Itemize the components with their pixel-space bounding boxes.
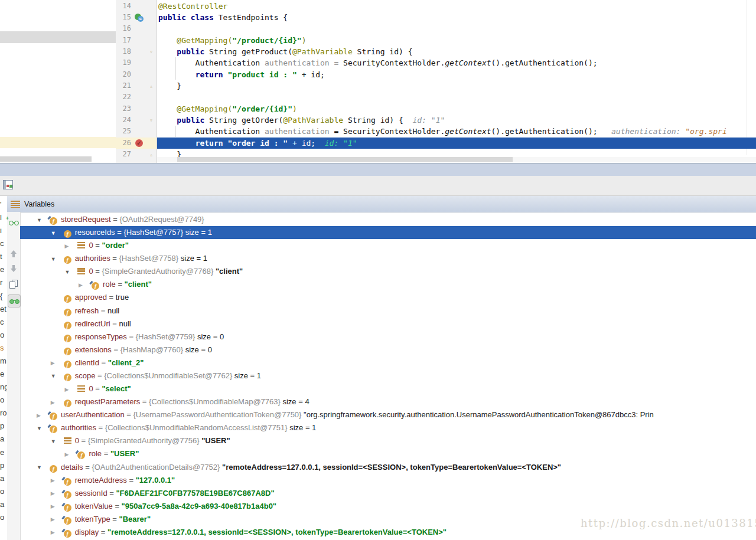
expand-arrow-open[interactable]: ▼ — [37, 214, 50, 227]
variable-row-refresh[interactable]: frefresh = null — [20, 305, 756, 318]
tab-variables[interactable]: Variables — [6, 196, 59, 212]
expand-arrow-closed[interactable]: ▶ — [64, 383, 77, 396]
expand-arrow-open[interactable]: ▼ — [51, 435, 64, 448]
variable-row-authorities[interactable]: ▼fauthorities = {Collections$Unmodifiabl… — [20, 421, 756, 434]
expand-arrow-closed[interactable]: ▶ — [64, 240, 77, 253]
variable-row-requestParameters[interactable]: ▶frequestParameters = {Collections$Unmod… — [20, 395, 756, 408]
expand-arrow-closed[interactable]: ▶ — [37, 409, 50, 422]
variable-row-approved[interactable]: fapproved = true — [20, 291, 756, 304]
code-line: Authentication authentication = Security… — [157, 126, 756, 137]
gutter-line: 27▵ — [116, 149, 157, 160]
expand-arrow-closed[interactable]: ▶ — [51, 356, 64, 369]
variables-tab-row: Variables — [0, 196, 756, 212]
expand-arrow-open[interactable]: ▼ — [51, 253, 64, 266]
remove-watch-button[interactable] — [8, 233, 19, 244]
expand-arrow-open[interactable]: ▼ — [51, 227, 64, 240]
line-number: 16 — [116, 23, 131, 34]
field-icon: f — [64, 348, 71, 355]
variable-row-0[interactable]: ▶0 = "select" — [20, 382, 756, 395]
line-number: 21 — [116, 80, 131, 91]
variable-row-authorities[interactable]: ▼fauthorities = {HashSet@7758} size = 1 — [20, 252, 756, 265]
code-line: return "product id : " + id; — [157, 69, 756, 80]
variable-row-userAuthentication[interactable]: ▶fuserAuthentication = {UsernamePassword… — [20, 408, 756, 421]
code-line — [157, 91, 756, 103]
gutter-line: 18▿ — [116, 46, 157, 57]
fold-open-icon[interactable]: ▿ — [148, 46, 155, 57]
cropped-text-fragment: et — [0, 303, 7, 316]
expand-arrow-closed[interactable]: ▶ — [64, 448, 77, 461]
expand-arrow-open[interactable]: ▼ — [64, 266, 77, 279]
variable-row-responseTypes[interactable]: fresponseTypes = {HashSet@7759} size = 0 — [20, 330, 756, 343]
line-number: 18 — [116, 46, 131, 57]
code-line: } — [157, 80, 756, 91]
expand-arrow-closed[interactable]: ▶ — [79, 279, 92, 292]
add-watch-button[interactable]: + — [8, 217, 19, 227]
code-line — [157, 23, 756, 34]
editor-hscrollbar[interactable] — [157, 157, 756, 162]
duplicate-watch-button[interactable] — [8, 279, 19, 289]
variable-row-0[interactable]: ▶0 = "order" — [20, 239, 756, 252]
expand-arrow-closed[interactable]: ▶ — [51, 500, 64, 513]
move-watch-down-button[interactable] — [8, 263, 19, 274]
variable-row-remoteAddress[interactable]: ▶fremoteAddress = "127.0.0.1" — [20, 474, 756, 487]
variable-row-0[interactable]: ▼0 = {SimpleGrantedAuthority@7756} "USER… — [20, 434, 756, 447]
code-editor[interactable]: @RestControllerpublic class TestEndpoint… — [157, 0, 756, 163]
show-watches-toggle[interactable] — [8, 294, 21, 307]
variable-row-clientId[interactable]: ▶fclientId = "client_2" — [20, 356, 756, 369]
class-icon[interactable]: c — [135, 13, 144, 22]
gutter-line: 19 — [116, 57, 157, 68]
gutter-line: 25 — [116, 126, 157, 137]
line-number: 23 — [116, 103, 131, 114]
variable-value: size = 1 — [288, 423, 317, 432]
variable-row-resourceIds[interactable]: ▼fresourceIds = {HashSet@7757} size = 1 — [20, 226, 756, 239]
variable-row-scope[interactable]: ▼fscope = {Collections$UnmodifiableSet@7… — [20, 369, 756, 382]
editor-hscrollbar-thumb[interactable] — [177, 157, 513, 162]
variable-row-details[interactable]: ▼fdetails = {OAuth2AuthenticationDetails… — [20, 461, 756, 474]
field-icon: f — [64, 335, 71, 342]
variable-value: {HashSet@7757} — [123, 228, 183, 237]
cropped-text-fragment: { — [0, 290, 7, 303]
expand-arrow-open[interactable]: ▼ — [37, 461, 50, 474]
code-line: public String getOrder(@PathVariable Str… — [157, 114, 756, 126]
fold-close-icon[interactable]: ▵ — [148, 149, 155, 160]
gutter-line: 20 — [116, 69, 157, 80]
left-panel-selected-row[interactable] — [0, 31, 116, 43]
variable-row-0[interactable]: ▼0 = {SimpleGrantedAuthority@7768} "clie… — [20, 265, 756, 278]
variables-tab-label: Variables — [24, 200, 54, 208]
variable-row-role[interactable]: ▶frole = "USER" — [20, 447, 756, 460]
move-watch-up-button[interactable] — [8, 248, 19, 259]
variable-value: "client" — [213, 267, 243, 276]
cropped-text-fragment: a — [0, 498, 7, 511]
left-panel-breakpoint-row-tint — [0, 137, 116, 148]
expand-arrow-open[interactable]: ▼ — [37, 422, 50, 435]
variable-row-redirectUri[interactable]: fredirectUri = null — [20, 318, 756, 330]
expand-arrow-closed[interactable]: ▶ — [51, 396, 64, 409]
cropped-text-fragment: e — [0, 446, 7, 459]
field-icon: f — [50, 413, 57, 420]
left-panel-hscrollbar[interactable] — [0, 156, 92, 162]
fold-close-icon[interactable]: ▵ — [148, 80, 155, 91]
debugger-splitter-bar[interactable] — [0, 163, 756, 176]
breakpoint-icon[interactable]: ✓ — [135, 139, 144, 148]
variable-name: display — [75, 528, 99, 536]
layout-grid-icon[interactable] — [3, 180, 13, 189]
variable-row-tokenValue[interactable]: ▶ftokenValue = "950a7cc9-5a8a-42c9-a693-… — [20, 500, 756, 513]
expand-arrow-closed[interactable]: ▶ — [51, 526, 64, 539]
code-line: public class TestEndpoints { — [157, 12, 756, 23]
field-icon: f — [64, 517, 71, 525]
variable-row-sessionId[interactable]: ▶fsessionId = "F6DAEF21FC0FB77578E19BE67… — [20, 487, 756, 500]
ide-debug-screen: 1415c161718▿192021▵222324▿2526✓27▵ @Rest… — [0, 0, 756, 540]
field-icon: f — [64, 256, 71, 264]
expand-arrow-closed[interactable]: ▶ — [51, 487, 64, 500]
expand-arrow-closed[interactable]: ▶ — [51, 474, 64, 487]
variable-row-storedRequest[interactable]: ▼fstoredRequest = {OAuth2Request@7749} — [20, 213, 756, 226]
variable-row-role[interactable]: ▶frole = "client" — [20, 278, 756, 291]
expand-arrow-closed[interactable]: ▶ — [51, 513, 64, 526]
fold-open-icon[interactable]: ▿ — [148, 114, 155, 126]
cropped-text-fragment: e — [0, 368, 7, 381]
field-icon: f — [64, 504, 71, 512]
expand-arrow-open[interactable]: ▼ — [51, 369, 64, 382]
variable-row-extensions[interactable]: fextensions = {HashMap@7760} size = 0 — [20, 343, 756, 356]
field-icon: f — [92, 282, 99, 290]
variable-value: size = 4 — [281, 397, 309, 406]
